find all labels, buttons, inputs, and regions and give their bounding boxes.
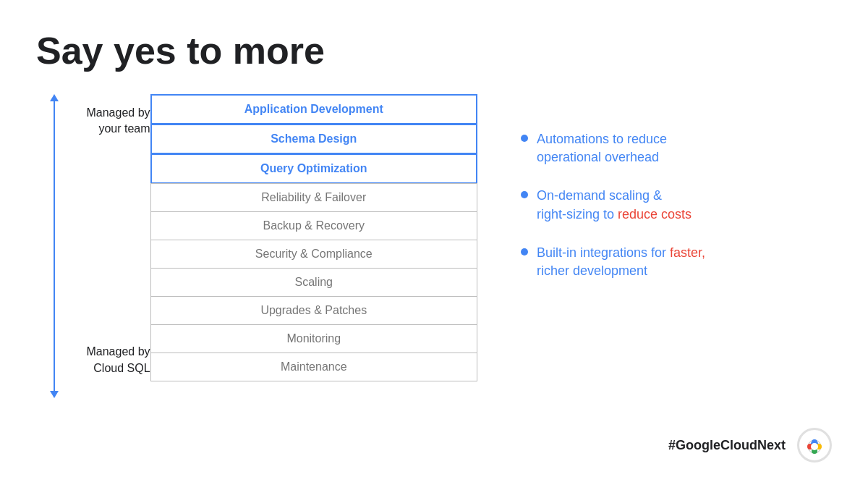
bullet-item-1: On-demand scaling &right-sizing to reduc… [521,187,796,223]
bullet-item-2: Built-in integrations for faster,richer … [521,244,796,280]
stack-item-0: Application Development [150,94,477,124]
stack-item-8: Monitoring [150,324,477,353]
bullet-dot-1 [521,191,528,198]
bullet-text-2: Built-in integrations for faster,richer … [537,244,705,280]
google-cloud-logo [797,428,832,463]
slide: Say yes to more Managed by your team Man… [0,0,868,477]
sidebar-labels: Managed by your team Managed by Cloud SQ… [36,94,150,398]
arrow-line [54,101,55,391]
bullet-text-0: Automations to reduceoperational overhea… [537,130,667,166]
label-managed-team: Managed by your team [86,105,150,138]
stack-item-1: Schema Design [150,124,477,154]
stack-column: Application DevelopmentSchema DesignQuer… [150,94,477,398]
arrow-down-icon [50,391,59,398]
bullet-text-1: On-demand scaling &right-sizing to reduc… [537,187,692,223]
managed-by-team-text: Managed by your team [86,106,150,135]
svg-point-5 [811,443,818,450]
main-title: Say yes to more [36,29,832,72]
stack-item-4: Backup & Recovery [150,211,477,240]
google-cloud-logo-svg [801,432,827,458]
label-managed-sql: Managed by Cloud SQL [86,344,150,376]
stack-item-2: Query Optimization [150,153,477,184]
stack-item-3: Reliability & Failover [150,183,477,212]
content-area: Managed by your team Managed by Cloud SQ… [36,94,832,398]
stack-item-9: Maintenance [150,353,477,381]
managed-by-cloud-sql-text: Managed by Cloud SQL [86,345,150,373]
right-panel: Automations to reduceoperational overhea… [521,94,796,300]
stack-item-5: Security & Compliance [150,240,477,269]
arrow-up-icon [50,94,59,101]
footer: #GoogleCloudNext [668,428,832,463]
bullet-dot-2 [521,248,528,256]
bullet-item-0: Automations to reduceoperational overhea… [521,130,796,166]
stack-item-6: Scaling [150,268,477,297]
bullet-dot-0 [521,135,528,142]
hashtag-text: #GoogleCloudNext [668,438,786,453]
stack-item-7: Upgrades & Patches [150,296,477,325]
left-side-wrapper: Managed by your team Managed by Cloud SQ… [36,94,477,398]
vertical-arrow [49,94,59,398]
